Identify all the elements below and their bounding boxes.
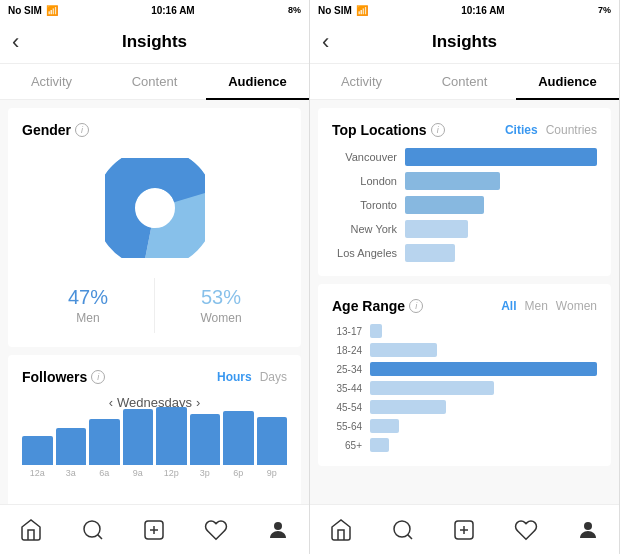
age-label: 18-24 xyxy=(332,345,362,356)
age-men-toggle[interactable]: Men xyxy=(525,299,548,313)
age-range-card: Age Range i All Men Women 13-17 18-24 xyxy=(318,284,611,466)
home-button-left[interactable] xyxy=(0,518,62,542)
tab-content-right[interactable]: Content xyxy=(413,64,516,99)
tab-content-left[interactable]: Content xyxy=(103,64,206,99)
women-label: Women xyxy=(155,311,287,325)
age-bar-fill xyxy=(370,419,399,433)
battery-right: 7% xyxy=(598,5,611,15)
women-percentage: 53% xyxy=(155,286,287,309)
add-button-left[interactable] xyxy=(124,518,186,542)
location-bar xyxy=(405,172,597,190)
svg-point-8 xyxy=(394,521,410,537)
home-button-right[interactable] xyxy=(310,518,372,542)
age-all-toggle[interactable]: All xyxy=(501,299,516,313)
age-range-header: Age Range i All Men Women xyxy=(332,298,597,314)
followers-info-icon[interactable]: i xyxy=(91,370,105,384)
gender-pie-chart xyxy=(105,158,205,258)
follower-bar-group: 9p xyxy=(257,417,288,478)
followers-toggle: Hours Days xyxy=(217,370,287,384)
age-row: 55-64 xyxy=(332,419,597,433)
search-button-left[interactable] xyxy=(62,518,124,542)
status-bar-right: No SIM 📶 10:16 AM 7% xyxy=(310,0,619,20)
left-panel: No SIM 📶 10:16 AM 8% ‹ Insights Activity… xyxy=(0,0,310,554)
age-range-title: Age Range i xyxy=(332,298,423,314)
age-bar xyxy=(370,362,597,376)
age-women-toggle[interactable]: Women xyxy=(556,299,597,313)
bar xyxy=(190,414,221,465)
follower-bar-group: 3a xyxy=(56,428,87,478)
age-row: 45-54 xyxy=(332,400,597,414)
panel-content-right: Top Locations i Cities Countries Vancouv… xyxy=(310,100,619,504)
svg-point-2 xyxy=(84,521,100,537)
gender-women-stat: 53% Women xyxy=(155,278,287,333)
age-bar-fill xyxy=(370,400,446,414)
age-label: 45-54 xyxy=(332,402,362,413)
tab-activity-right[interactable]: Activity xyxy=(310,64,413,99)
countries-toggle[interactable]: Countries xyxy=(546,123,597,137)
tab-audience-left[interactable]: Audience xyxy=(206,64,309,99)
location-bar xyxy=(405,220,597,238)
days-toggle[interactable]: Days xyxy=(260,370,287,384)
age-label: 65+ xyxy=(332,440,362,451)
locations-info-icon[interactable]: i xyxy=(431,123,445,137)
back-button-right[interactable]: ‹ xyxy=(322,29,329,55)
svg-line-3 xyxy=(97,534,101,538)
location-name: London xyxy=(332,175,397,187)
bottom-nav-right xyxy=(310,504,619,554)
cities-toggle[interactable]: Cities xyxy=(505,123,538,137)
location-bar-fill xyxy=(405,220,468,238)
nav-bar-left: ‹ Insights xyxy=(0,20,309,64)
status-bar-left: No SIM 📶 10:16 AM 8% xyxy=(0,0,309,20)
followers-card: Followers i Hours Days ‹ Wednesdays › 12… xyxy=(8,355,301,504)
bar xyxy=(257,417,288,465)
profile-button-right[interactable] xyxy=(557,518,619,542)
status-right-left: 8% xyxy=(288,5,301,15)
age-row: 13-17 xyxy=(332,324,597,338)
age-info-icon[interactable]: i xyxy=(409,299,423,313)
age-bar xyxy=(370,343,597,357)
heart-button-right[interactable] xyxy=(495,518,557,542)
age-bar xyxy=(370,324,597,338)
gender-card: Gender i xyxy=(8,108,301,347)
follower-bar-group: 9a xyxy=(123,409,154,478)
location-bar-chart: Vancouver London Toronto New York Los An… xyxy=(332,148,597,262)
gender-info-icon[interactable]: i xyxy=(75,123,89,137)
age-bar-chart: 13-17 18-24 25-34 35-44 45-54 xyxy=(332,324,597,452)
tab-activity-left[interactable]: Activity xyxy=(0,64,103,99)
location-bar-fill xyxy=(405,148,597,166)
bar xyxy=(89,419,120,465)
tabs-right: Activity Content Audience xyxy=(310,64,619,100)
prev-nav[interactable]: ‹ xyxy=(109,395,113,410)
age-row: 35-44 xyxy=(332,381,597,395)
right-panel: No SIM 📶 10:16 AM 7% ‹ Insights Activity… xyxy=(310,0,620,554)
profile-button-left[interactable] xyxy=(247,518,309,542)
next-nav[interactable]: › xyxy=(196,395,200,410)
heart-button-left[interactable] xyxy=(185,518,247,542)
status-right-right: 7% xyxy=(598,5,611,15)
gender-men-stat: 47% Men xyxy=(22,278,155,333)
age-bar xyxy=(370,419,597,433)
age-bar-fill xyxy=(370,343,437,357)
location-row: Los Angeles xyxy=(332,244,597,262)
age-bar xyxy=(370,381,597,395)
status-left-right: No SIM 📶 xyxy=(318,5,368,16)
followers-title: Followers i xyxy=(22,369,105,385)
search-button-right[interactable] xyxy=(372,518,434,542)
follower-bar-group: 12a xyxy=(22,436,53,478)
panel-content-left: Gender i xyxy=(0,100,309,504)
add-button-right[interactable] xyxy=(434,518,496,542)
location-row: Vancouver xyxy=(332,148,597,166)
back-button-left[interactable]: ‹ xyxy=(12,29,19,55)
svg-line-9 xyxy=(407,534,411,538)
age-bar-fill xyxy=(370,438,389,452)
hours-toggle[interactable]: Hours xyxy=(217,370,252,384)
top-locations-card: Top Locations i Cities Countries Vancouv… xyxy=(318,108,611,276)
followers-bar-chart: 12a 3a 6a 9a 12p 3p 6p 9p xyxy=(22,418,287,498)
top-locations-header: Top Locations i Cities Countries xyxy=(332,122,597,138)
tab-audience-right[interactable]: Audience xyxy=(516,64,619,99)
men-percentage: 47% xyxy=(22,286,154,309)
carrier-left: No SIM xyxy=(8,5,42,16)
gender-title: Gender i xyxy=(22,122,89,138)
location-bar-fill xyxy=(405,172,500,190)
bar-label: 6a xyxy=(99,468,109,478)
